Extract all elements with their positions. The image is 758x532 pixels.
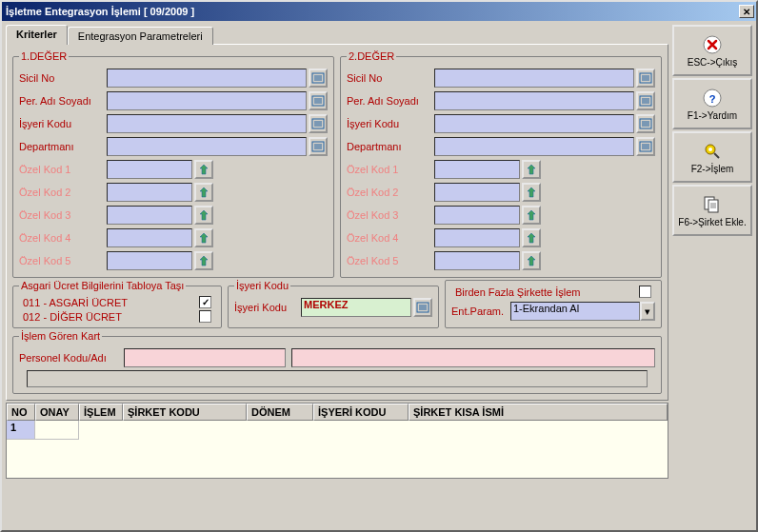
grid-body: 1 [7,421,668,478]
label-o3-2: Özel Kod 3 [347,209,434,221]
label-o5-1: Özel Kod 5 [19,255,107,266]
grid-col-sirket-kodu[interactable]: ŞİRKET KODU [123,404,247,421]
label-isyeri-kodu: İşyeri Kodu [234,302,301,313]
input-o5-1[interactable] [107,251,192,270]
input-o3-2[interactable] [434,206,520,225]
group-isyeri-legend: İşyeri Kodu [234,280,290,291]
input-o2-2[interactable] [434,183,520,202]
input-o5-2[interactable] [434,251,520,270]
grid-col-sirket-kisa[interactable]: ŞİRKET KISA İSMİ [409,404,668,421]
input-isyeri-kodu[interactable]: MERKEZ [301,298,411,317]
close-button[interactable]: ✕ [739,5,754,18]
input-isyeri-2[interactable] [434,114,634,133]
lookup-o5-2[interactable] [522,251,541,270]
tree-icon [525,254,538,267]
lookup-o3-2[interactable] [522,206,541,225]
lookup-o2-2[interactable] [522,183,541,202]
list-icon [416,301,429,314]
lookup-dep-1[interactable] [309,137,328,156]
grid-col-donem[interactable]: DÖNEM [247,404,313,421]
group-deger2: 2.DEĞER Sicil No Per. Adı Soyadı İşyeri … [340,50,662,278]
input-o1-1[interactable] [107,160,192,179]
status-bar [27,370,648,387]
window-title: İşletme Entegrasyon İşlemi [ 09/2009 ] [6,6,739,17]
input-sicil-1[interactable] [107,69,307,88]
checkbox-asgari-011[interactable]: ✓ [199,296,211,308]
grid-col-onay[interactable]: ONAY [35,404,79,421]
lookup-o5-1[interactable] [194,251,213,270]
list-icon [311,140,325,153]
tree-icon [525,231,538,245]
group-asgari: Asgari Ücret Bilgilerini Tabloya Taşı 01… [12,280,222,328]
lookup-isyeri-kodu[interactable] [413,298,432,317]
input-isyeri-1[interactable] [107,114,307,133]
lookup-per-2[interactable] [636,91,655,110]
label-isyeri-1: İşyeri Kodu [19,118,107,129]
lookup-isyeri-1[interactable] [309,114,328,133]
input-per-2[interactable] [434,91,634,110]
label-o4-2: Özel Kod 4 [347,232,434,244]
tab-entegrasyon-parametreleri[interactable]: Entegrasyon Parametreleri [68,27,213,45]
label-ent-param: Ent.Param. [451,305,510,317]
input-personel-adi[interactable] [291,348,655,367]
button-f2-islem[interactable]: F2->İşlem [672,131,752,183]
lookup-isyeri-2[interactable] [636,114,655,133]
list-icon [639,140,652,153]
combo-ent-param[interactable]: 1-Ekrandan Al [510,302,640,321]
lookup-o2-1[interactable] [194,183,213,202]
tree-icon [197,186,210,199]
label-o1-2: Özel Kod 1 [347,164,434,175]
group-deger1: 1.DEĞER Sicil No Per. Adı Soyadı İşyeri … [12,50,334,278]
input-o4-1[interactable] [107,228,192,247]
lookup-o1-1[interactable] [194,160,213,179]
label-per-1: Per. Adı Soyadı [19,95,107,107]
input-per-1[interactable] [107,91,307,110]
checkbox-birden-fazla[interactable] [639,286,651,298]
input-sicil-2[interactable] [434,69,634,88]
label-dep-2: Departmanı [347,141,434,152]
label-o2-1: Özel Kod 2 [19,187,107,198]
tab-kriterler[interactable]: Kriterler [6,25,68,45]
input-dep-2[interactable] [434,137,634,156]
tree-icon [197,231,210,245]
input-o1-2[interactable] [434,160,520,179]
grid-col-islem[interactable]: İŞLEM [79,404,123,421]
button-f6-sirket-ekle[interactable]: F6->Şirket Ekle. [672,185,752,236]
input-o2-1[interactable] [107,183,192,202]
document-icon [702,194,723,215]
combo-ent-param-drop[interactable]: ▾ [640,302,655,321]
button-esc-cikis[interactable]: ESC->Çıkış [672,25,752,76]
lookup-sicil-2[interactable] [636,69,655,88]
group-islem-goren: İşlem Gören Kart Personel Kodu/Adı [12,330,662,394]
lookup-sicil-1[interactable] [309,69,328,88]
group-asgari-legend: Asgari Ücret Bilgilerini Tabloya Taşı [19,280,186,291]
table-row[interactable]: 1 [7,421,668,440]
input-o4-2[interactable] [434,228,520,247]
lookup-per-1[interactable] [309,91,328,110]
lookup-dep-2[interactable] [636,137,655,156]
checkbox-asgari-012[interactable] [199,310,211,323]
tree-icon [197,208,210,222]
input-dep-1[interactable] [107,137,307,156]
grid-col-no[interactable]: NO [7,404,35,421]
lookup-o1-2[interactable] [522,160,541,179]
label-personel-kodu: Personel Kodu/Adı [19,352,124,364]
lookup-o3-1[interactable] [194,206,213,225]
list-icon [639,117,652,130]
help-icon: ? [702,88,723,108]
grid-col-isyeri-kodu[interactable]: İŞYERİ KODU [313,404,409,421]
label-o5-2: Özel Kod 5 [347,255,434,266]
group-sirket: Birden Fazla Şirkette İşlem Ent.Param. 1… [445,280,662,328]
input-personel-kodu[interactable] [124,348,286,367]
lookup-o4-1[interactable] [194,228,213,247]
group-isyeri: İşyeri Kodu İşyeri KoduMERKEZ [228,280,439,328]
grid-cell-onay [35,421,79,440]
button-f1-yardim[interactable]: ? F1->Yardım [672,78,752,129]
label-isyeri-2: İşyeri Kodu [347,118,434,129]
svg-text:?: ? [709,93,716,105]
list-icon [639,71,652,85]
input-o3-1[interactable] [107,206,192,225]
lookup-o4-2[interactable] [522,228,541,247]
list-icon [311,94,325,108]
tree-icon [197,163,210,176]
